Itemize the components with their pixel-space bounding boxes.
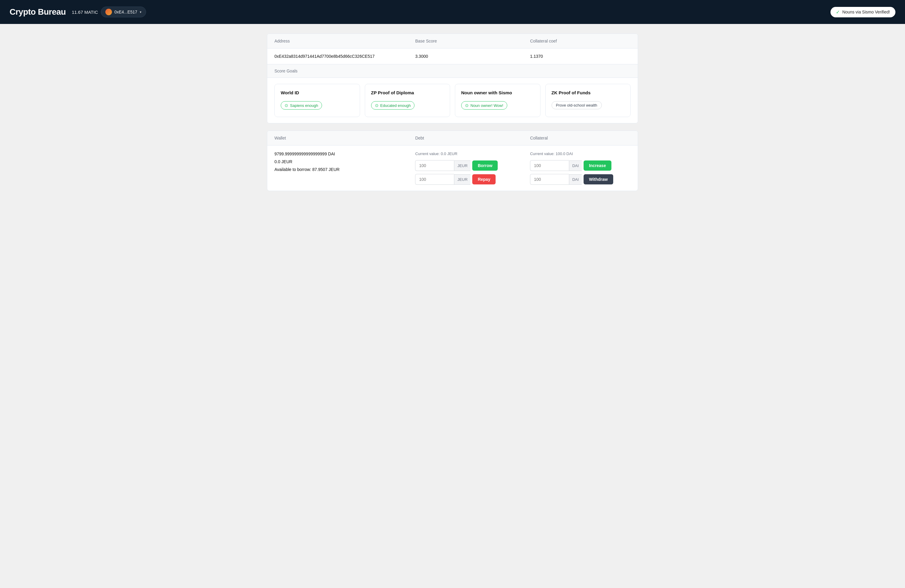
col-header-collateral-coef: Collateral coef — [523, 34, 638, 49]
wallet-borrow-available: Available to borrow: 87.9507 JEUR — [275, 167, 401, 172]
repay-input[interactable] — [415, 174, 454, 185]
goal-badge-text-diploma: Educated enough — [380, 103, 411, 108]
matic-balance: 11.67 MATIC — [72, 10, 98, 15]
goal-badge-noun[interactable]: ⊙ Noun owner! Wow! — [461, 101, 507, 110]
goal-card-funds: ZK Proof of Funds Prove old-school wealt… — [545, 84, 631, 117]
prove-wealth-label: Prove old-school wealth — [556, 103, 597, 108]
goal-title-diploma: ZP Proof of Diploma — [371, 90, 444, 95]
goal-badge-diploma[interactable]: ⊙ Educated enough — [371, 101, 415, 110]
goal-badge-text-world-id: Sapiens enough — [290, 103, 318, 108]
wallet-address-button[interactable]: 0xE4...E517 ▾ — [101, 6, 146, 17]
debt-cell: Current value: 0.0 JEUR JEUR Borrow JEUR… — [408, 146, 523, 191]
finance-table: Wallet Debt Collateral 9799.999999999999… — [267, 131, 638, 191]
withdraw-currency-label: DAI — [569, 174, 582, 185]
repay-currency-label: JEUR — [454, 174, 470, 185]
chevron-down-icon: ▾ — [140, 10, 141, 14]
wallet-cell: 9799.999999999999999999 DAI 0.0 JEUR Ava… — [267, 146, 408, 191]
increase-input-group: DAI Increase — [530, 160, 630, 171]
col-header-address: Address — [267, 34, 408, 49]
wallet-avatar — [105, 9, 112, 15]
goal-title-world-id: World ID — [281, 90, 354, 95]
collateral-current-value: Current value: 100.0 DAI — [530, 151, 630, 156]
badge-check-icon-0: ⊙ — [284, 103, 288, 108]
base-score-value: 3.3000 — [408, 49, 523, 64]
borrow-input[interactable] — [415, 160, 454, 171]
withdraw-button[interactable]: Withdraw — [584, 174, 613, 184]
score-goals-header: Score Goals — [267, 64, 638, 78]
verified-check-icon: ✓ — [836, 9, 840, 15]
col-header-debt: Debt — [408, 131, 523, 146]
collateral-coef-value: 1.1370 — [523, 49, 638, 64]
wallet-jeur-value: 0.0 JEUR — [275, 159, 401, 164]
app-logo: Crypto Bureau — [10, 7, 66, 17]
score-table: Address Base Score Collateral coef 0xE43… — [267, 34, 638, 64]
goal-card-diploma: ZP Proof of Diploma ⊙ Educated enough — [365, 84, 450, 117]
header: Crypto Bureau 11.67 MATIC 0xE4...E517 ▾ … — [0, 0, 905, 24]
address-value: 0xE432a8314d971441Ad7700e8b45d66cC326CE5… — [267, 49, 408, 64]
badge-check-icon-1: ⊙ — [375, 103, 379, 108]
wallet-dai-value: 9799.999999999999999999 DAI — [275, 151, 401, 156]
repay-input-group: JEUR Repay — [415, 174, 516, 185]
col-header-base-score: Base Score — [408, 34, 523, 49]
debt-current-value: Current value: 0.0 JEUR — [415, 151, 516, 156]
borrow-button[interactable]: Borrow — [472, 161, 498, 171]
repay-button[interactable]: Repay — [472, 174, 495, 184]
collateral-cell: Current value: 100.0 DAI DAI Increase DA… — [523, 146, 638, 191]
score-table-row: 0xE432a8314d971441Ad7700e8b45d66cC326CE5… — [267, 49, 638, 64]
score-card: Address Base Score Collateral coef 0xE43… — [267, 33, 638, 123]
goal-title-funds: ZK Proof of Funds — [552, 90, 625, 95]
goal-badge-text-noun: Noun owner! Wow! — [470, 103, 503, 108]
header-left: Crypto Bureau 11.67 MATIC 0xE4...E517 ▾ — [10, 6, 146, 17]
verified-badge: ✓ Nouns via Sismo Verified! — [830, 7, 895, 17]
finance-table-row: 9799.999999999999999999 DAI 0.0 JEUR Ava… — [267, 146, 638, 191]
wallet-address-text: 0xE4...E517 — [114, 10, 137, 14]
increase-input[interactable] — [530, 160, 569, 171]
prove-wealth-button[interactable]: Prove old-school wealth — [552, 101, 602, 109]
col-header-collateral: Collateral — [523, 131, 638, 146]
increase-currency-label: DAI — [569, 161, 582, 171]
col-header-wallet: Wallet — [267, 131, 408, 146]
withdraw-input[interactable] — [530, 174, 569, 185]
goals-grid: World ID ⊙ Sapiens enough ZP Proof of Di… — [267, 78, 638, 123]
withdraw-input-group: DAI Withdraw — [530, 174, 630, 185]
goal-card-noun: Noun owner with Sismo ⊙ Noun owner! Wow! — [455, 84, 540, 117]
badge-check-icon-2: ⊙ — [465, 103, 468, 108]
borrow-currency-label: JEUR — [454, 161, 470, 171]
finance-card: Wallet Debt Collateral 9799.999999999999… — [267, 130, 638, 191]
goal-badge-world-id[interactable]: ⊙ Sapiens enough — [281, 101, 322, 110]
borrow-input-group: JEUR Borrow — [415, 160, 516, 171]
verified-text: Nouns via Sismo Verified! — [842, 10, 890, 14]
main-content: Address Base Score Collateral coef 0xE43… — [255, 24, 650, 208]
header-wallet: 11.67 MATIC 0xE4...E517 ▾ — [72, 6, 146, 17]
increase-button[interactable]: Increase — [584, 161, 611, 171]
goal-card-world-id: World ID ⊙ Sapiens enough — [275, 84, 360, 117]
goal-title-noun: Noun owner with Sismo — [461, 90, 534, 95]
